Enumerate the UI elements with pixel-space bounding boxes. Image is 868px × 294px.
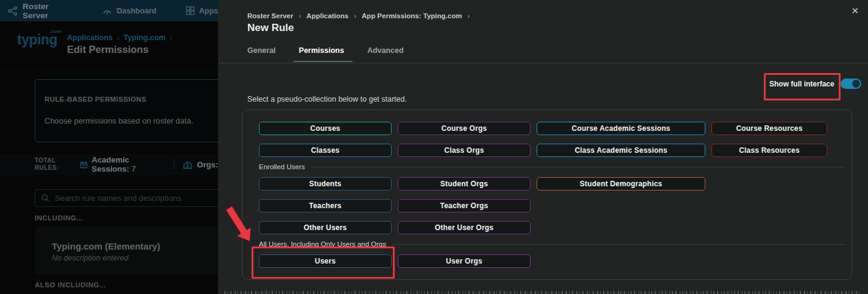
breadcrumb-link-applications[interactable]: Applications [306, 12, 348, 19]
section-label: Enrolled Users [259, 163, 305, 170]
truncated-text-strip [224, 291, 859, 294]
section-label-row: Enrolled Users [259, 163, 845, 171]
collection-button-student-demographics[interactable]: Student Demographics [537, 177, 705, 191]
breadcrumb-link-app-permissions[interactable]: App Permissions: Typing.com [362, 12, 462, 19]
toggle-label: Show full interface [769, 80, 834, 88]
instruction-text: Select a pseudo-collection below to get … [247, 95, 407, 103]
collection-button-row: UsersUser Orgs [259, 254, 845, 268]
section-divider-line [392, 244, 845, 245]
breadcrumb-separator: › [354, 12, 356, 19]
modal-dim-overlay [0, 0, 218, 294]
collection-button-teacher-orgs[interactable]: Teacher Orgs [398, 199, 531, 212]
tabs-divider [218, 63, 868, 63]
collection-button-course-resources[interactable]: Course Resources [711, 122, 827, 135]
collection-button-courses[interactable]: Courses [259, 122, 392, 135]
collection-button-student-orgs[interactable]: Student Orgs [398, 177, 531, 191]
collection-button-other-users[interactable]: Other Users [259, 221, 392, 234]
collection-button-students[interactable]: Students [259, 177, 392, 191]
modal-title: New Rule [247, 22, 294, 34]
collection-button-row: Other UsersOther User Orgs [259, 221, 845, 234]
screen: Roster Server Dashboard Apps [0, 0, 868, 294]
collection-button-row: TeachersTeacher Orgs [259, 199, 845, 212]
collection-button-row: CoursesCourse OrgsCourse Academic Sessio… [259, 122, 845, 135]
collection-button-classes[interactable]: Classes [259, 144, 392, 157]
collection-button-class-orgs[interactable]: Class Orgs [398, 144, 531, 157]
breadcrumb-link-roster-server[interactable]: Roster Server [247, 12, 293, 19]
collection-button-user-orgs[interactable]: User Orgs [398, 254, 531, 268]
section-divider-line [311, 167, 845, 167]
collection-button-users[interactable]: Users [259, 254, 392, 268]
collection-panel: CoursesCourse OrgsCourse Academic Sessio… [242, 110, 852, 280]
collection-button-class-academic-sessions[interactable]: Class Academic Sessions [537, 144, 705, 157]
modal-breadcrumb: Roster Server › Applications › App Permi… [247, 12, 470, 19]
section-label: All Users, Including Only Users and Orgs [259, 240, 386, 248]
collection-button-row: ClassesClass OrgsClass Academic Sessions… [259, 144, 845, 157]
collection-button-course-orgs[interactable]: Course Orgs [398, 122, 531, 135]
collection-button-row: StudentsStudent OrgsStudent Demographics [259, 177, 845, 191]
collection-button-other-user-orgs[interactable]: Other User Orgs [398, 221, 531, 234]
toggle-knob [852, 80, 860, 88]
collection-button-course-academic-sessions[interactable]: Course Academic Sessions [537, 122, 705, 135]
breadcrumb-separator: › [298, 12, 301, 19]
collection-button-class-resources[interactable]: Class Resources [711, 144, 827, 157]
collection-button-teachers[interactable]: Teachers [259, 199, 392, 212]
section-label-row: All Users, Including Only Users and Orgs [259, 240, 845, 248]
breadcrumb-separator: › [467, 12, 470, 19]
show-full-interface-toggle[interactable] [841, 79, 861, 89]
show-full-interface-group: Show full interface [769, 79, 861, 89]
collection-grid: CoursesCourse OrgsCourse Academic Sessio… [242, 110, 852, 268]
close-icon[interactable]: ✕ [850, 5, 860, 16]
new-rule-modal: ✕ Roster Server › Applications › App Per… [218, 0, 868, 294]
background-page: Roster Server Dashboard Apps [0, 0, 218, 294]
